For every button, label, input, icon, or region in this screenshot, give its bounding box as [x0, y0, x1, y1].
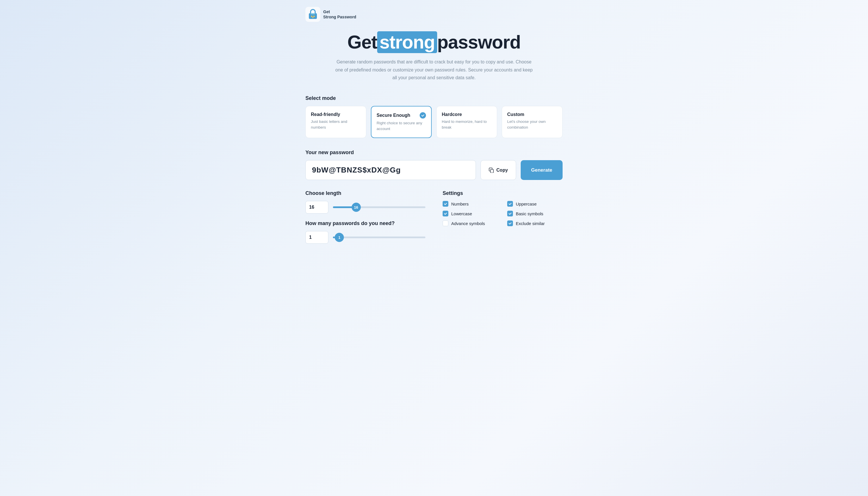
bottom-grid: Choose length 16 How many passwo	[306, 190, 562, 247]
mode-desc: Hard to memorize, hard to break	[442, 119, 492, 130]
mode-desc: Just basic letters and numbers	[311, 119, 361, 130]
count-slider-track: 1	[333, 236, 425, 238]
mode-card-hardcore[interactable]: Hardcore Hard to memorize, hard to break	[436, 106, 497, 138]
hero-section: Getstrongpassword Generate random passwo…	[306, 32, 562, 81]
setting-item-uppercase[interactable]: Uppercase	[507, 201, 562, 207]
password-section: Your new password Copy Generate	[306, 150, 562, 180]
length-section: Choose length 16	[306, 190, 425, 214]
svg-point-5	[312, 17, 313, 18]
settings-label: Settings	[443, 190, 562, 196]
mode-title: Secure Enough	[376, 113, 410, 118]
count-number-input[interactable]	[306, 231, 328, 244]
setting-label-lowercase: Lowercase	[451, 211, 472, 216]
logo-text: Get Strong Password	[323, 9, 356, 19]
password-row: Copy Generate	[306, 160, 562, 180]
logo-icon	[306, 7, 320, 22]
page-title: Getstrongpassword	[306, 32, 562, 52]
setting-item-exclude-similar[interactable]: Exclude similar	[507, 220, 562, 226]
mode-card-secure-enough[interactable]: Secure Enough Right choice to secure any…	[371, 106, 432, 138]
checkbox-exclude-similar[interactable]	[507, 220, 513, 226]
length-label: Choose length	[306, 190, 425, 196]
length-slider-track: 16	[333, 206, 425, 208]
left-controls: Choose length 16 How many passwo	[306, 190, 425, 247]
setting-item-lowercase[interactable]: Lowercase	[443, 211, 498, 216]
length-slider-thumb[interactable]: 16	[352, 203, 361, 212]
mode-title: Hardcore	[442, 112, 462, 117]
checkbox-advance-symbols[interactable]	[443, 220, 448, 226]
mode-desc: Let's choose your own combination	[507, 119, 557, 130]
title-highlight: strong	[377, 31, 437, 53]
mode-title: Custom	[507, 112, 524, 117]
selected-check-icon	[420, 112, 426, 119]
mode-title: Read-friendly	[311, 112, 340, 117]
count-slider-wrap[interactable]: 1	[333, 236, 425, 238]
setting-label-uppercase: Uppercase	[516, 202, 537, 206]
setting-label-numbers: Numbers	[451, 202, 469, 206]
count-slider-thumb[interactable]: 1	[335, 233, 344, 242]
count-label: How many passwords do you need?	[306, 220, 425, 227]
mode-section: Select mode Read-friendly Just basic let…	[306, 95, 562, 138]
checkbox-uppercase[interactable]	[507, 201, 513, 207]
mode-card-read-friendly[interactable]: Read-friendly Just basic letters and num…	[306, 106, 366, 138]
settings-section: Settings Numbers Uppercase Lowercase Bas…	[443, 190, 562, 226]
settings-grid: Numbers Uppercase Lowercase Basic symbol…	[443, 201, 562, 226]
checkbox-basic-symbols[interactable]	[507, 211, 513, 216]
count-section: How many passwords do you need? 1	[306, 220, 425, 244]
mode-grid: Read-friendly Just basic letters and num…	[306, 106, 562, 138]
svg-point-4	[313, 16, 315, 17]
setting-item-numbers[interactable]: Numbers	[443, 201, 498, 207]
setting-item-basic-symbols[interactable]: Basic symbols	[507, 211, 562, 216]
setting-label-advance-symbols: Advance symbols	[451, 221, 485, 226]
copy-button[interactable]: Copy	[480, 160, 516, 180]
length-number-input[interactable]	[306, 201, 328, 214]
checkbox-numbers[interactable]	[443, 201, 448, 207]
svg-rect-2	[311, 13, 315, 14]
svg-rect-6	[491, 169, 493, 173]
mode-card-custom[interactable]: Custom Let's choose your own combination	[502, 106, 562, 138]
copy-icon	[489, 168, 494, 173]
password-input[interactable]	[306, 160, 476, 180]
svg-point-3	[311, 16, 313, 17]
count-input-row: 1	[306, 231, 425, 244]
setting-label-exclude-similar: Exclude similar	[516, 221, 545, 226]
password-section-label: Your new password	[306, 150, 562, 156]
setting-item-advance-symbols[interactable]: Advance symbols	[443, 220, 498, 226]
length-slider-wrap[interactable]: 16	[333, 206, 425, 208]
length-input-row: 16	[306, 201, 425, 214]
generate-button[interactable]: Generate	[521, 160, 562, 180]
mode-section-label: Select mode	[306, 95, 562, 101]
checkbox-lowercase[interactable]	[443, 211, 448, 216]
setting-label-basic-symbols: Basic symbols	[516, 211, 543, 216]
logo-area: Get Strong Password	[306, 7, 562, 22]
hero-subtitle: Generate random passwords that are diffi…	[334, 58, 534, 81]
mode-desc: Right choice to secure any account	[376, 120, 426, 132]
